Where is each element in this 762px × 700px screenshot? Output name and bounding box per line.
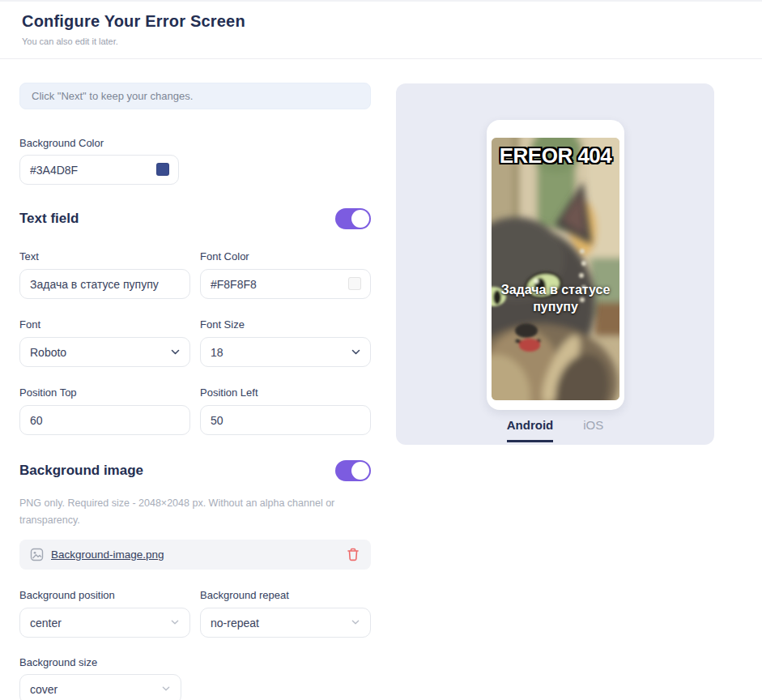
position-row: Position Top Position Left [19,386,371,435]
background-size-value: cover [30,683,57,696]
cat-background-image [492,138,619,400]
toggle-knob [351,210,369,228]
settings-form: Click "Next" to keep your changes. Backg… [19,60,371,700]
position-left-input[interactable] [200,405,371,435]
background-color-label: Background Color [19,137,371,149]
font-fontsize-row: Font Roboto Font Size 18 [19,318,371,367]
background-image-section-header: Background image [19,459,371,482]
background-position-value: center [30,617,62,630]
page-subtitle: You can also edit it later. [22,36,762,46]
meme-title-text: EREOR 404 [492,143,619,169]
background-color-input[interactable] [19,155,179,185]
background-repeat-select[interactable]: no-repeat [200,608,371,638]
delete-file-button[interactable] [346,547,360,562]
background-position-repeat-row: Background position center Background re… [19,589,371,638]
notice-text: Click "Next" to keep your changes. [32,90,193,102]
background-size-select[interactable]: cover [19,674,181,700]
text-field-toggle[interactable] [335,208,371,229]
font-color-input[interactable] [200,269,371,299]
notice-banner: Click "Next" to keep your changes. [19,83,371,109]
background-repeat-value: no-repeat [211,617,259,630]
background-repeat-label: Background repeat [200,589,371,601]
background-color-swatch[interactable] [156,163,169,176]
header-divider [0,58,762,59]
tab-android[interactable]: Android [507,418,554,442]
chevron-down-icon [351,618,360,627]
toggle-knob [351,462,369,480]
file-link[interactable]: Background-image.png [51,548,164,561]
text-field-section-header: Text field [19,207,371,230]
background-color-field [19,155,179,185]
phone-mockup: EREOR 404 Задача в статусе пупупу [487,120,624,410]
font-label: Font [19,318,190,331]
font-size-select[interactable]: 18 [200,337,371,367]
error-screen-preview: EREOR 404 Задача в статусе пупупу [492,138,619,400]
configure-error-screen-page: Configure Your Error Screen You can also… [0,0,762,700]
position-top-label: Position Top [19,386,190,399]
image-icon [30,548,44,561]
text-label: Text [19,250,190,262]
font-size-label: Font Size [200,318,371,331]
chevron-down-icon [171,348,180,356]
page-title: Configure Your Error Screen [22,12,762,31]
background-size-label: Background size [19,656,371,668]
background-position-label: Background position [19,589,190,601]
platform-tabs: Android iOS [396,418,714,442]
text-input[interactable] [19,269,190,299]
position-top-input[interactable] [19,405,190,435]
background-image-hint: PNG only. Required size - 2048×2048 px. … [19,495,363,529]
text-field-section-title: Text field [19,211,79,227]
tab-ios[interactable]: iOS [583,418,603,442]
font-size-select-value: 18 [211,346,223,359]
position-left-label: Position Left [200,386,371,399]
preview-panel: EREOR 404 Задача в статусе пупупу Androi… [396,83,714,445]
font-color-swatch[interactable] [348,277,361,290]
font-color-label: Font Color [200,250,371,262]
background-image-section-title: Background image [19,463,143,479]
background-image-toggle[interactable] [335,460,371,481]
text-fontcolor-row: Text Font Color [19,250,371,299]
page-header: Configure Your Error Screen You can also… [0,2,762,46]
background-position-select[interactable]: center [19,608,190,638]
uploaded-file-row: Background-image.png [19,540,371,570]
chevron-down-icon [171,618,180,627]
chevron-down-icon [162,685,171,694]
font-select[interactable]: Roboto [19,337,190,367]
overlay-text: Задача в статусе пупупу [495,281,616,315]
chevron-down-icon [351,348,360,356]
font-select-value: Roboto [30,346,66,359]
